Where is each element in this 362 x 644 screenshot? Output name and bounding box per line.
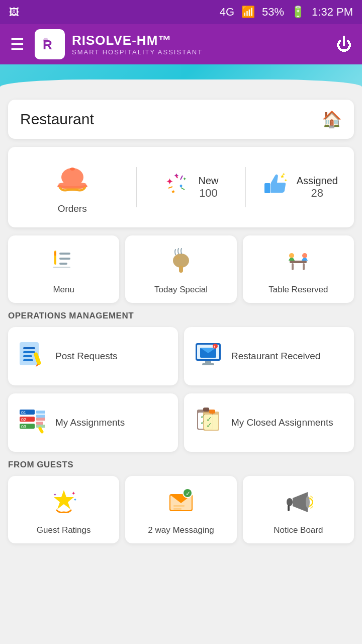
svg-text:✦: ✦ bbox=[183, 176, 187, 182]
time-display: 1:32 PM bbox=[312, 6, 353, 19]
hero-banner bbox=[0, 64, 362, 95]
my-assignments-icon: 01 02 03 bbox=[17, 405, 47, 441]
svg-rect-56 bbox=[36, 418, 45, 421]
post-requests-card[interactable]: Post Requests bbox=[8, 327, 178, 385]
battery-level: 53% bbox=[262, 6, 284, 19]
svg-rect-37 bbox=[23, 351, 35, 353]
svg-rect-23 bbox=[59, 253, 70, 255]
assigned-label: Assigned bbox=[297, 175, 338, 187]
two-way-messaging-icon: ✓ bbox=[166, 487, 196, 520]
page-title: Restaurant bbox=[20, 111, 94, 128]
guest-ratings-label: Guest Ratings bbox=[37, 525, 91, 535]
svg-text:✦: ✦ bbox=[282, 172, 286, 177]
svg-text:✦: ✦ bbox=[73, 498, 77, 502]
assigned-orders-info: Assigned 28 bbox=[297, 175, 338, 200]
svg-text:✦: ✦ bbox=[71, 491, 75, 496]
svg-text:★: ★ bbox=[171, 189, 175, 194]
notice-board-icon bbox=[284, 487, 313, 520]
svg-point-2 bbox=[43, 38, 48, 43]
svg-rect-22 bbox=[54, 252, 56, 256]
svg-text:✓: ✓ bbox=[206, 421, 212, 429]
post-requests-label: Post Requests bbox=[55, 350, 118, 363]
logo-svg: R bbox=[39, 33, 61, 55]
svg-rect-17 bbox=[264, 183, 270, 193]
svg-text:03: 03 bbox=[21, 424, 26, 429]
my-closed-assignments-icon: ✓ ✓ ✓ ✓ bbox=[193, 405, 223, 441]
table-reserved-label: Table Reserved bbox=[268, 285, 328, 295]
restaurant-received-label: Restaurant Received bbox=[231, 350, 320, 363]
svg-text:✦: ✦ bbox=[284, 178, 288, 183]
orders-icon bbox=[55, 160, 90, 201]
svg-rect-57 bbox=[36, 422, 43, 425]
svg-rect-38 bbox=[23, 355, 32, 357]
today-special-card[interactable]: Today Special bbox=[125, 235, 236, 303]
guest-ratings-card[interactable]: ✦ ✦ ✦ Guest Ratings bbox=[8, 476, 119, 543]
notice-board-label: Notice Board bbox=[274, 525, 323, 535]
notification-icon: 🖼 bbox=[9, 7, 19, 18]
from-guests-grid: ✦ ✦ ✦ Guest Ratings ✓ bbox=[8, 476, 354, 543]
svg-point-27 bbox=[173, 254, 189, 268]
svg-rect-47 bbox=[202, 363, 214, 365]
assigned-value: 28 bbox=[297, 187, 338, 200]
network-indicator: 4G bbox=[220, 6, 234, 19]
my-closed-assignments-label: My Closed Assignments bbox=[231, 417, 333, 429]
svg-text:01: 01 bbox=[21, 410, 26, 415]
app-toolbar: ☰ R RISOLVE-HM™ SMART HOSPITALITY ASSIST… bbox=[0, 24, 362, 64]
svg-rect-83 bbox=[173, 508, 182, 510]
new-label: New bbox=[198, 175, 218, 187]
svg-point-6 bbox=[70, 168, 75, 171]
orders-card: Orders ✦ ✦ ✦ ★ ✦ bbox=[8, 147, 354, 227]
table-reserved-card[interactable]: Table Reserved bbox=[243, 235, 354, 303]
new-orders-icon: ✦ ✦ ✦ ★ ✦ bbox=[163, 171, 191, 204]
orders-section[interactable]: Orders bbox=[8, 155, 136, 219]
power-icon[interactable]: ⏻ bbox=[336, 35, 352, 54]
svg-rect-32 bbox=[303, 263, 305, 270]
svg-point-84 bbox=[287, 498, 293, 506]
brand-tagline: SMART HOSPITALITY ASSISTANT bbox=[72, 48, 203, 56]
restaurant-received-card[interactable]: ! Restaurant Received bbox=[184, 327, 354, 385]
today-special-icon bbox=[166, 247, 196, 280]
svg-point-86 bbox=[306, 496, 310, 508]
my-assignments-card[interactable]: 01 02 03 My Assignments bbox=[8, 393, 178, 452]
svg-text:02: 02 bbox=[21, 417, 26, 422]
menu-card[interactable]: Menu bbox=[8, 235, 119, 303]
svg-point-34 bbox=[302, 253, 307, 258]
logo-box: R bbox=[35, 29, 65, 59]
post-requests-icon bbox=[17, 338, 47, 374]
svg-line-15 bbox=[168, 187, 172, 188]
svg-point-33 bbox=[289, 253, 294, 258]
svg-rect-26 bbox=[53, 267, 70, 268]
today-special-label: Today Special bbox=[154, 285, 208, 295]
svg-point-29 bbox=[175, 256, 180, 260]
svg-rect-69 bbox=[209, 410, 215, 414]
home-icon[interactable]: 🏠 bbox=[322, 110, 342, 129]
assigned-orders-section[interactable]: ★ ✦ ✦ Assigned 28 bbox=[246, 166, 354, 209]
quick-actions-grid: Menu Today Special bbox=[8, 235, 354, 303]
menu-icon-card bbox=[49, 247, 78, 280]
my-closed-assignments-card[interactable]: ✓ ✓ ✓ ✓ My Closed Assignments bbox=[184, 393, 354, 452]
svg-text:✓: ✓ bbox=[186, 490, 191, 497]
two-way-messaging-card[interactable]: ✓ 2 way Messaging bbox=[125, 476, 236, 543]
svg-rect-53 bbox=[36, 415, 45, 418]
svg-rect-52 bbox=[36, 411, 45, 414]
svg-rect-28 bbox=[179, 266, 183, 273]
my-assignments-label: My Assignments bbox=[55, 417, 125, 429]
svg-rect-64 bbox=[203, 408, 209, 412]
signal-icon: 📶 bbox=[241, 6, 255, 19]
new-orders-section[interactable]: ✦ ✦ ✦ ★ ✦ New 100 bbox=[137, 166, 245, 209]
logo-area: R RISOLVE-HM™ SMART HOSPITALITY ASSISTAN… bbox=[35, 29, 336, 59]
notice-board-card[interactable]: Notice Board bbox=[243, 476, 354, 543]
svg-rect-7 bbox=[65, 188, 80, 190]
svg-marker-85 bbox=[293, 492, 308, 512]
table-reserved-icon bbox=[284, 247, 313, 280]
restaurant-card[interactable]: Restaurant 🏠 bbox=[8, 100, 354, 139]
menu-icon[interactable]: ☰ bbox=[10, 35, 25, 54]
operations-section-header: OPERATIONS MANAGEMENT bbox=[8, 311, 354, 321]
two-way-messaging-label: 2 way Messaging bbox=[148, 525, 214, 535]
guest-ratings-icon: ✦ ✦ ✦ bbox=[49, 487, 78, 520]
assigned-orders-icon: ★ ✦ ✦ bbox=[262, 171, 290, 204]
svg-rect-46 bbox=[205, 361, 211, 363]
new-value: 100 bbox=[198, 187, 218, 200]
operations-grid-row2: 01 02 03 My Assignments bbox=[8, 393, 354, 452]
svg-rect-24 bbox=[59, 258, 70, 260]
